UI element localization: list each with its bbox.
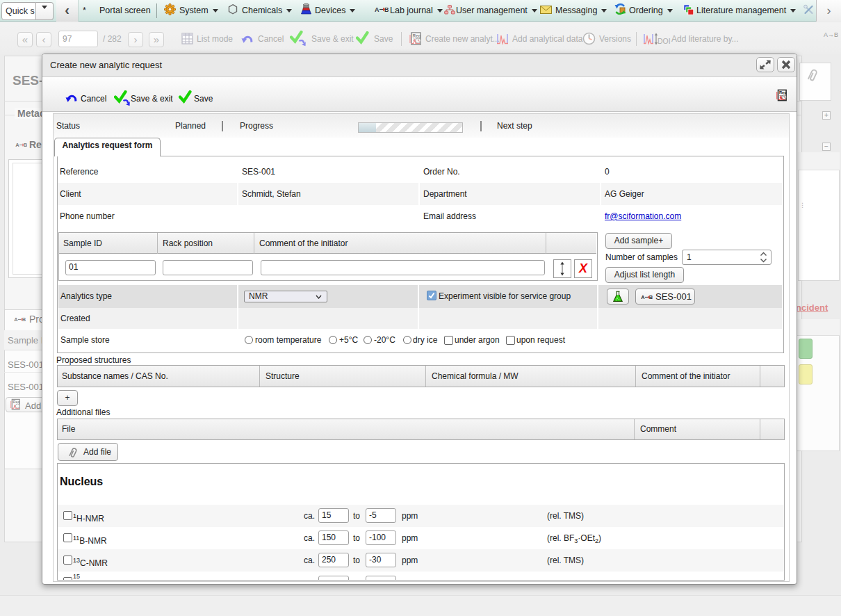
svg-text:A: A bbox=[375, 6, 379, 13]
svg-text:Req: Req bbox=[779, 90, 787, 95]
svg-text:B: B bbox=[384, 6, 389, 13]
svg-text:B: B bbox=[649, 294, 653, 300]
svg-text:A: A bbox=[641, 294, 645, 300]
